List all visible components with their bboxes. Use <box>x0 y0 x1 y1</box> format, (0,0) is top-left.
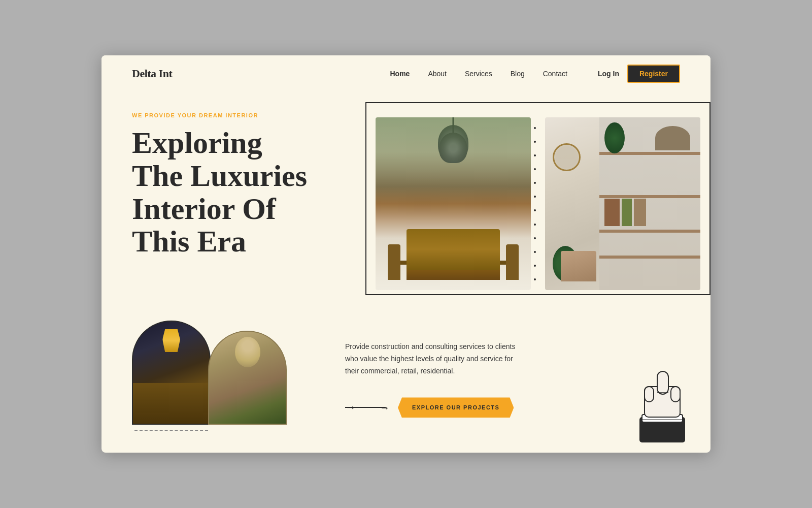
nav-link-about[interactable]: About <box>428 70 447 78</box>
hero-title: Exploring The Luxuries Interior Of This … <box>132 126 345 258</box>
site-logo[interactable]: Delta Int <box>132 67 172 80</box>
hero-images <box>365 107 680 305</box>
bottom-section: Provide construction and consulting serv… <box>101 305 710 453</box>
bottom-content: Provide construction and consulting serv… <box>345 321 523 418</box>
nav-link-blog[interactable]: Blog <box>511 70 525 78</box>
nav-item-home[interactable]: Home <box>390 69 410 78</box>
login-button[interactable]: Log In <box>598 70 619 78</box>
arch-image-2 <box>208 331 287 425</box>
svg-rect-4 <box>645 387 654 402</box>
hero-section: We Provide Your Dream Interior Exploring… <box>101 92 710 305</box>
svg-rect-3 <box>657 371 668 394</box>
nav-item-blog[interactable]: Blog <box>511 69 525 78</box>
hero-title-line3: Interior Of <box>132 192 276 226</box>
cta-row: → Explore Our Projects <box>345 397 523 418</box>
nav-item-about[interactable]: About <box>428 69 447 78</box>
dot <box>534 209 536 211</box>
dot <box>534 141 536 143</box>
hand-svg <box>629 366 695 448</box>
arch-image-1 <box>132 321 211 425</box>
hand-pointer-illustration <box>629 366 695 448</box>
nav-item-services[interactable]: Services <box>465 69 492 78</box>
images-grid <box>376 117 700 290</box>
dot <box>534 265 536 267</box>
dot <box>534 182 536 184</box>
explore-button[interactable]: Explore Our Projects <box>398 397 514 418</box>
dot <box>534 224 536 226</box>
nav-link-contact[interactable]: Contact <box>543 70 567 78</box>
nav-link-services[interactable]: Services <box>465 70 492 78</box>
dashed-underline <box>134 430 208 431</box>
svg-rect-5 <box>671 387 680 402</box>
image-divider <box>532 117 538 290</box>
nav-link-home[interactable]: Home <box>390 70 410 78</box>
hero-title-line1: Exploring <box>132 126 262 160</box>
nav-links: Home About Services Blog Contact <box>390 69 567 78</box>
hero-tagline: We Provide Your Dream Interior <box>132 112 345 118</box>
nav-actions: Log In Register <box>598 65 680 83</box>
navbar: Delta Int Home About Services Blog Conta… <box>101 55 710 92</box>
register-button[interactable]: Register <box>627 65 680 83</box>
arch-body-1 <box>132 321 211 425</box>
dot <box>534 154 536 156</box>
dot <box>534 278 536 280</box>
description-text: Provide construction and consulting serv… <box>345 341 523 377</box>
hero-image-living <box>545 117 700 290</box>
hero-left: We Provide Your Dream Interior Exploring… <box>132 107 345 305</box>
nav-item-contact[interactable]: Contact <box>543 69 567 78</box>
arrow-icon: → <box>345 407 386 408</box>
arch-images <box>132 321 304 432</box>
hero-title-line4: This Era <box>132 225 246 258</box>
dot <box>534 196 536 198</box>
dot <box>534 168 536 170</box>
browser-window: Delta Int Home About Services Blog Conta… <box>101 55 710 453</box>
dot <box>534 237 536 239</box>
dot <box>534 127 536 129</box>
hero-image-dining <box>376 117 531 290</box>
hero-title-line2: The Luxuries <box>132 159 307 193</box>
arch-body-2 <box>208 331 287 425</box>
dot <box>534 251 536 253</box>
